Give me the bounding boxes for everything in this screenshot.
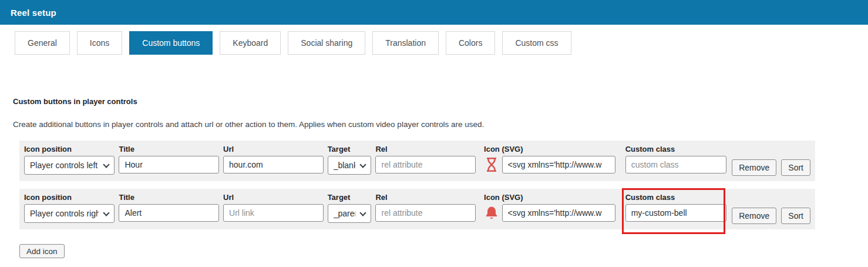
sort-button[interactable]: Sort xyxy=(781,159,810,176)
add-icon-button[interactable]: Add icon xyxy=(19,244,65,258)
target-label: Target xyxy=(328,193,372,202)
target-select[interactable]: _parent xyxy=(328,204,372,223)
custom-button-rows: Icon position Player controls left Title… xyxy=(19,141,868,229)
sort-button[interactable]: Sort xyxy=(781,208,810,224)
tab-colors[interactable]: Colors xyxy=(446,31,495,55)
tab-icons[interactable]: Icons xyxy=(77,31,122,55)
icon-svg-input[interactable] xyxy=(502,156,615,173)
remove-button[interactable]: Remove xyxy=(732,159,776,176)
icon-position-select[interactable]: Player controls right xyxy=(24,204,115,223)
title-label: Title xyxy=(119,145,219,153)
tab-custom-css[interactable]: Custom css xyxy=(502,31,571,55)
title-input[interactable] xyxy=(119,204,219,222)
tab-keyboard[interactable]: Keyboard xyxy=(220,31,281,55)
custom-button-row-1: Icon position Player controls left Title… xyxy=(19,141,815,181)
settings-tabs: General Icons Custom buttons Keyboard So… xyxy=(15,31,868,55)
custom-class-label: Custom class xyxy=(625,145,726,153)
hourglass-icon xyxy=(484,156,499,173)
icon-position-field: Icon position Player controls left xyxy=(24,145,115,175)
url-input[interactable] xyxy=(223,156,324,173)
icon-position-field: Icon position Player controls right xyxy=(24,193,115,223)
custom-class-field: Custom class xyxy=(625,193,726,222)
icon-svg-field: Icon (SVG) xyxy=(484,145,615,173)
rel-input[interactable] xyxy=(375,204,476,222)
url-field: Url xyxy=(223,145,324,173)
bell-icon xyxy=(484,204,499,222)
remove-button[interactable]: Remove xyxy=(732,208,776,224)
rel-field: Rel xyxy=(375,193,476,222)
title-field: Title xyxy=(119,193,219,222)
icon-svg-field: Icon (SVG) xyxy=(484,193,615,222)
icon-position-label: Icon position xyxy=(24,193,115,202)
custom-button-row-2: Icon position Player controls right Titl… xyxy=(19,189,815,229)
url-label: Url xyxy=(223,193,324,202)
url-field: Url xyxy=(223,193,324,222)
section-description: Create additional buttons in player cont… xyxy=(13,120,868,129)
target-field: Target _blank xyxy=(328,145,372,175)
icon-position-label: Icon position xyxy=(24,145,115,153)
url-input[interactable] xyxy=(223,204,324,222)
section-heading: Custom buttons in player controls xyxy=(13,97,868,106)
icon-position-select[interactable]: Player controls left xyxy=(24,156,115,175)
rel-label: Rel xyxy=(375,193,476,202)
page-title: Reel setup xyxy=(11,8,56,18)
target-field: Target _parent xyxy=(328,193,372,223)
rel-field: Rel xyxy=(375,145,476,173)
target-select[interactable]: _blank xyxy=(328,156,372,175)
target-label: Target xyxy=(328,145,372,153)
rel-input[interactable] xyxy=(375,156,476,173)
title-label: Title xyxy=(119,193,219,202)
rel-label: Rel xyxy=(375,145,476,153)
tab-custom-buttons[interactable]: Custom buttons xyxy=(129,31,213,55)
custom-class-label: Custom class xyxy=(625,193,726,202)
title-field: Title xyxy=(119,145,219,173)
app-header: Reel setup xyxy=(0,0,868,25)
custom-class-field: Custom class xyxy=(625,145,726,173)
tab-social-sharing[interactable]: Social sharing xyxy=(288,31,365,55)
tab-translation[interactable]: Translation xyxy=(372,31,439,55)
icon-svg-label: Icon (SVG) xyxy=(484,145,615,153)
icon-svg-input[interactable] xyxy=(502,204,615,222)
custom-class-input[interactable] xyxy=(625,204,726,222)
url-label: Url xyxy=(223,145,324,153)
title-input[interactable] xyxy=(119,156,219,173)
icon-svg-label: Icon (SVG) xyxy=(484,193,615,202)
custom-class-input[interactable] xyxy=(625,156,726,173)
tab-general[interactable]: General xyxy=(15,31,70,55)
